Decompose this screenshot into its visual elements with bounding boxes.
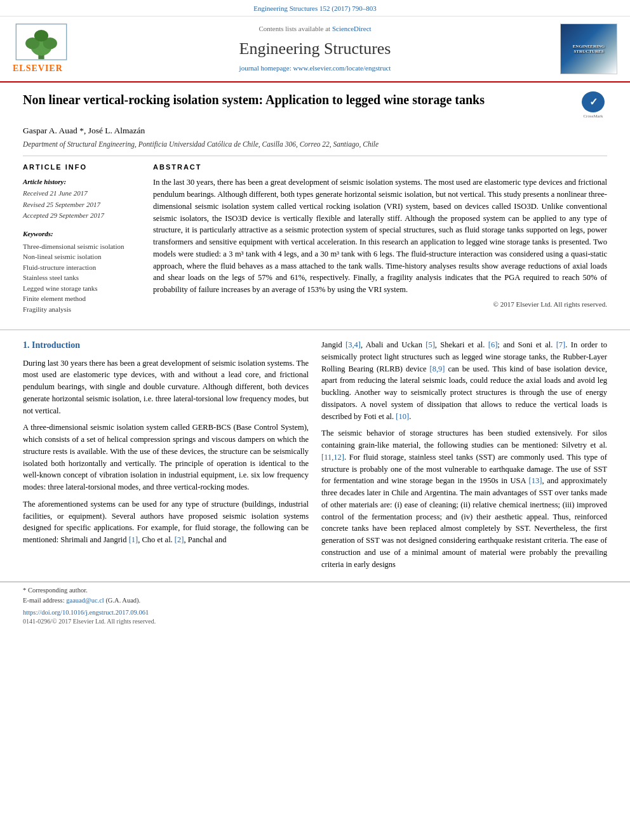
- ref-8-9[interactable]: [8,9]: [430, 364, 445, 373]
- revised-date: Revised 25 September 2017: [23, 199, 140, 211]
- journal-ref-text: Engineering Structures 152 (2017) 790–80…: [253, 4, 377, 12]
- abstract-text: In the last 30 years, there has been a g…: [153, 177, 607, 296]
- copyright-line: © 2017 Elsevier Ltd. All rights reserved…: [153, 300, 607, 310]
- ref-1[interactable]: [1]: [129, 535, 138, 544]
- intro-right-paragraph-2: The seismic behavior of storage structur…: [321, 427, 607, 570]
- doi-line[interactable]: https://doi.org/10.1016/j.engstruct.2017…: [23, 608, 607, 617]
- crossmark-badge[interactable]: ✓ CrossMark: [579, 91, 607, 119]
- elsevier-logo-area: ELSEVIER: [13, 23, 83, 75]
- journal-cover-image: ENGINEERING STRUCTURES: [560, 23, 617, 74]
- keywords-title: Keywords:: [23, 229, 140, 239]
- ref-13[interactable]: [13]: [529, 476, 542, 485]
- article-info-abstract: ARTICLE INFO Article history: Received 2…: [23, 163, 607, 314]
- keyword-6: Finite element method: [23, 293, 140, 304]
- crossmark-label: CrossMark: [583, 113, 603, 119]
- article-history: Article history: Received 21 June 2017 R…: [23, 177, 140, 221]
- contents-available-text: Contents lists available at: [258, 25, 330, 32]
- keywords-section: Keywords: Three-dimensional seismic isol…: [23, 229, 140, 314]
- elsevier-wordmark: ELSEVIER: [13, 62, 63, 75]
- intro-right-column: Jangid [3,4], Abali and Uckan [5], Sheka…: [321, 339, 607, 575]
- email-person: (G.A. Auad).: [105, 597, 140, 604]
- keyword-1: Three-dimensional seismic isolation: [23, 241, 140, 252]
- intro-right-paragraph-1: Jangid [3,4], Abali and Uckan [5], Sheka…: [321, 339, 607, 422]
- section-divider: [0, 330, 630, 330]
- corresponding-author-label: * Corresponding author.: [23, 587, 88, 594]
- journal-reference-bar: Engineering Structures 152 (2017) 790–80…: [0, 0, 630, 17]
- intro-section-title: 1. Introduction: [23, 339, 309, 352]
- paper-title: Non linear vertical-rocking isolation sy…: [23, 91, 579, 108]
- email-label: E-mail address:: [23, 597, 65, 604]
- article-info-column: ARTICLE INFO Article history: Received 2…: [23, 163, 140, 314]
- cover-label: ENGINEERING STRUCTURES: [561, 43, 617, 56]
- svg-point-4: [34, 30, 48, 41]
- paper-title-section: Non linear vertical-rocking isolation sy…: [23, 91, 607, 119]
- divider-after-affiliation: [23, 156, 607, 156]
- accepted-date: Accepted 29 September 2017: [23, 210, 140, 222]
- keyword-2: Non-lineal seismic isolation: [23, 251, 140, 262]
- email-link[interactable]: gaauad@uc.cl: [66, 597, 104, 604]
- sciencedirect-link[interactable]: Contents lists available at ScienceDirec…: [83, 24, 547, 34]
- elsevier-tree-icon: [13, 23, 70, 61]
- elsevier-logo: ELSEVIER: [13, 23, 83, 75]
- author-names: Gaspar A. Auad *, José L. Almazán: [23, 126, 145, 135]
- footnote-section: * Corresponding author. E-mail address: …: [0, 582, 630, 626]
- email-line: E-mail address: gaauad@uc.cl (G.A. Auad)…: [23, 596, 607, 606]
- ref-3-4[interactable]: [3,4]: [345, 340, 361, 349]
- ref-5[interactable]: [5]: [426, 340, 435, 349]
- intro-paragraph-1: During last 30 years there has been a gr…: [23, 357, 309, 417]
- journal-header: ELSEVIER Contents lists available at Sci…: [0, 17, 630, 83]
- keyword-7: Fragility analysis: [23, 304, 140, 315]
- journal-title: Engineering Structures: [83, 37, 547, 61]
- journal-homepage: journal homepage: www.elsevier.com/locat…: [83, 63, 547, 74]
- journal-title-area: Contents lists available at ScienceDirec…: [83, 24, 547, 74]
- intro-paragraph-2: A three-dimensional seismic isolation sy…: [23, 422, 309, 493]
- following-text: following: [253, 523, 285, 532]
- journal-cover-area: ENGINEERING STRUCTURES: [547, 23, 617, 74]
- received-date: Received 21 June 2017: [23, 188, 140, 199]
- ref-10[interactable]: [10]: [396, 412, 409, 421]
- ref-11-12[interactable]: [11,12]: [321, 453, 344, 462]
- keyword-5: Legged wine storage tanks: [23, 283, 140, 294]
- introduction-section: 1. Introduction During last 30 years the…: [0, 339, 630, 575]
- ref-2[interactable]: [2]: [175, 535, 184, 544]
- authors-line: Gaspar A. Auad *, José L. Almazán: [23, 124, 607, 137]
- history-title: Article history:: [23, 177, 140, 188]
- issn-line: 0141-0296/© 2017 Elsevier Ltd. All right…: [23, 617, 607, 627]
- affiliation: Department of Structural Engineering, Po…: [23, 139, 607, 150]
- keyword-4: Stainless steel tanks: [23, 272, 140, 283]
- doi-link[interactable]: https://doi.org/10.1016/j.engstruct.2017…: [23, 609, 149, 616]
- sciencedirect-anchor[interactable]: ScienceDirect: [332, 25, 372, 32]
- keyword-3: Fluid-structure interaction: [23, 262, 140, 273]
- crossmark-icon: ✓: [582, 91, 605, 112]
- paper-content: Non linear vertical-rocking isolation sy…: [0, 83, 630, 321]
- ref-6[interactable]: [6]: [488, 340, 498, 349]
- corresponding-author-note: * Corresponding author.: [23, 585, 607, 596]
- abstract-header: ABSTRACT: [153, 163, 607, 173]
- intro-left-column: 1. Introduction During last 30 years the…: [23, 339, 309, 575]
- article-info-header: ARTICLE INFO: [23, 163, 140, 173]
- ref-7[interactable]: [7]: [556, 340, 566, 349]
- intro-paragraph-3: The aforementioned systems can be used f…: [23, 498, 309, 546]
- abstract-column: ABSTRACT In the last 30 years, there has…: [153, 163, 607, 314]
